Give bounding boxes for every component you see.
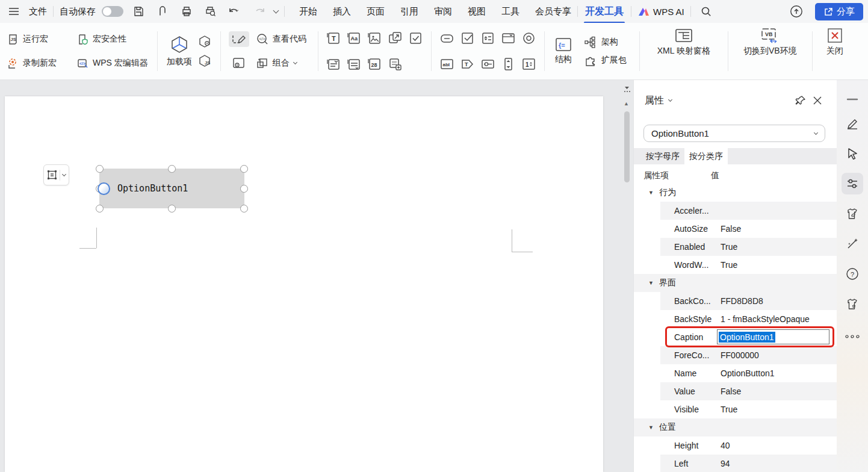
property-row-foreco[interactable]: ForeCo...FF000000 [634,346,837,364]
export-pdf-icon[interactable] [153,4,172,19]
scrollbar-control-icon[interactable] [501,57,516,72]
layout-options-button[interactable] [43,164,69,185]
property-row-autosize[interactable]: AutoSizeFalse [634,220,837,238]
caption-value-input[interactable]: OptionButton1 [717,329,829,344]
property-value[interactable]: 94 [721,459,730,468]
section-header[interactable]: ▼界面 [634,274,837,292]
collapse-sidebar-icon[interactable] [842,88,863,110]
properties-settings-icon[interactable] [842,173,863,194]
tab-工具[interactable]: 工具 [501,6,519,17]
extension-pack-button[interactable]: 扩展包 [581,54,629,66]
switch-to-vb-button[interactable]: VB 切换到VB环境 [734,28,807,75]
property-row-backstyle[interactable]: BackStyle1 - fmBackStyleOpaque [634,310,837,328]
run-macro-button[interactable]: JS 运行宏 [4,32,60,47]
checkbox-activex-icon[interactable] [460,31,475,46]
print-icon[interactable] [178,4,196,19]
property-value[interactable]: False [721,224,741,234]
more-options-icon[interactable] [842,326,863,347]
property-row-height[interactable]: Height40 [634,436,837,455]
control-properties-button[interactable] [229,57,249,69]
option-button-control-icon[interactable] [521,31,536,46]
hamburger-menu-icon[interactable] [5,4,23,19]
print-preview-icon[interactable] [202,4,220,19]
close-panel-icon[interactable] [809,92,826,109]
section-header[interactable]: ▼行为 [634,184,837,202]
property-row-caption[interactable]: CaptionOptionButton1 [634,328,837,346]
xml-mapping-button[interactable]: XML 映射窗格 [645,28,722,75]
picture-control-icon[interactable] [367,31,382,46]
magic-wand-icon[interactable] [842,233,863,255]
command-button-control-icon[interactable] [439,31,454,46]
macro-security-button[interactable]: 宏安全性 [73,32,152,47]
property-value[interactable]: False [721,387,741,396]
tab-会员专享[interactable]: 会员专享 [535,6,571,17]
view-code-button[interactable]: </> 查看代码 [253,31,310,47]
section-header[interactable]: ▼位置 [634,418,837,436]
tab-引用[interactable]: 引用 [400,6,418,17]
panel-title-chevron-icon[interactable] [668,98,672,102]
file-menu[interactable]: 文件 [29,6,47,17]
eco-clothes-icon[interactable] [842,203,863,225]
property-value[interactable]: True [721,242,737,252]
resize-handle-se[interactable] [240,205,248,213]
property-value[interactable]: True [721,405,737,414]
vertical-scrollbar[interactable]: ▲ [621,80,633,472]
pin-panel-icon[interactable] [792,92,809,109]
tab-审阅[interactable]: 审阅 [434,6,452,17]
redo-button[interactable] [250,4,268,19]
scroll-up-arrow-icon[interactable]: ▲ [624,101,629,107]
pen-edit-icon[interactable] [842,113,863,134]
addins-button[interactable]: 加载项 [167,35,192,67]
sort-tab-按字母序[interactable]: 按字母序 [641,148,684,164]
toggle-slider-control-icon[interactable] [480,57,495,72]
resize-handle-n[interactable] [168,165,176,173]
undo-button[interactable] [226,4,244,19]
help-icon[interactable]: ? [842,263,863,285]
property-row-name[interactable]: NameOptionButton1 [634,364,837,382]
resize-handle-nw[interactable] [96,165,104,173]
property-value[interactable]: FFD8D8D8 [721,296,763,306]
label-control-icon[interactable]: T [460,57,475,72]
structure-button[interactable]: {= 结构 [555,37,572,65]
group-button[interactable]: 组合 [253,55,310,71]
date-picker-control-icon[interactable]: 28 [367,57,382,72]
repeating-section-control-icon[interactable] [388,57,403,72]
spin-button-control-icon[interactable] [480,31,495,46]
resize-handle-e[interactable] [240,185,248,193]
scrollbar-thumb[interactable] [624,111,630,182]
textbox-control-icon[interactable]: abI [439,57,454,72]
skin-theme-icon[interactable] [842,293,863,315]
control-selector-dropdown[interactable]: OptionButton1 [643,125,825,142]
property-row-left[interactable]: Left94 [634,455,837,472]
design-mode-button[interactable] [229,31,249,47]
option-button-control[interactable]: OptionButton1 [99,169,244,208]
property-row-backco[interactable]: BackCo...FFD8D8D8 [634,292,837,310]
dropdown-list-control-icon[interactable] [347,57,362,72]
more-quick-commands-icon[interactable] [273,8,279,14]
upload-cloud-icon[interactable] [787,4,805,19]
autosave-toggle[interactable] [102,6,123,17]
property-value[interactable]: 40 [721,441,730,450]
property-value[interactable]: True [721,260,737,270]
document-page[interactable] [5,96,603,472]
tab-开始[interactable]: 开始 [299,6,317,17]
js-addins-icon[interactable]: JS [198,54,211,67]
com-addins-icon[interactable] [198,35,211,48]
tab-插入[interactable]: 插入 [333,6,351,17]
number-spin-control-icon[interactable]: 1 [521,57,536,72]
property-value[interactable]: 1 - fmBackStyleOpaque [721,314,810,324]
combined-control-icon[interactable] [388,31,403,46]
property-row-acceler[interactable]: Acceler... [634,202,837,220]
property-row-value[interactable]: ValueFalse [634,382,837,400]
tab-视图[interactable]: 视图 [468,6,486,17]
tab-页面[interactable]: 页面 [367,6,385,17]
combo-box-control-icon[interactable] [326,57,341,72]
property-value[interactable]: OptionButton1 [721,368,775,378]
property-value[interactable]: FF000000 [721,350,759,360]
sort-tab-按分类序[interactable]: 按分类序 [684,148,728,164]
property-row-enabled[interactable]: EnabledTrue [634,238,837,256]
property-row-visible[interactable]: VisibleTrue [634,400,837,418]
record-macro-button[interactable]: 录制新宏 [4,56,60,71]
wps-ai-button[interactable]: WPS AI [637,7,684,17]
collapse-ribbon-icon[interactable] [623,85,631,96]
